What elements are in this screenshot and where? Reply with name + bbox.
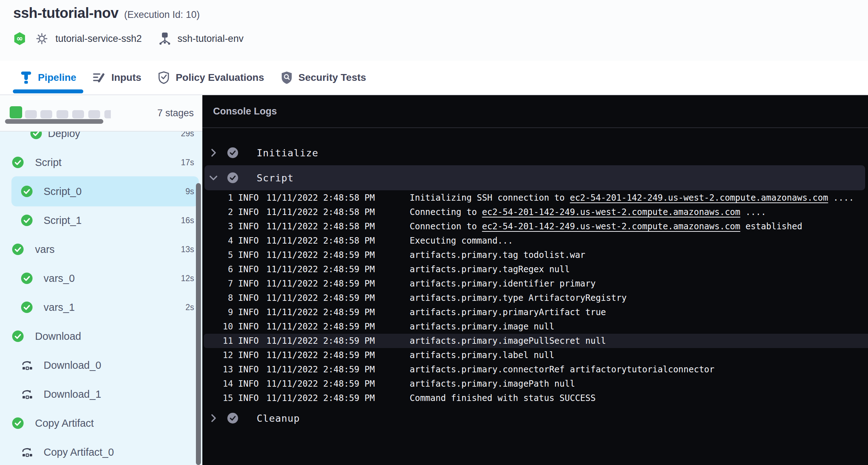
log-message: artifacts.primary.tag todolist.war: [410, 250, 585, 260]
log-timestamp: 11/11/2022 2:48:59 PM: [266, 264, 375, 274]
stage-item-download_0[interactable]: Download_0: [0, 350, 202, 380]
sidebar-vertical-scrollbar[interactable]: [196, 183, 201, 465]
console-panel: InitializeScript1INFO11/11/2022 2:48:58 …: [202, 95, 868, 465]
stage-row-highlight: [11, 292, 199, 322]
stage-square-pending[interactable]: [56, 110, 68, 118]
tab-pipeline[interactable]: Pipeline: [13, 60, 83, 95]
stage-row-highlight: [11, 176, 199, 206]
log-line-number: 3: [212, 221, 233, 231]
success-check-icon: [21, 186, 33, 197]
log-message-text: artifacts.primary.label null: [410, 350, 554, 360]
chevron-right-icon[interactable]: [209, 413, 218, 423]
execution-content: Deploy29sScript17sScript_09sScript_116sv…: [0, 95, 868, 465]
console-log-line-6: 6INFO11/11/2022 2:48:59 PMartifacts.prim…: [202, 262, 868, 276]
stage-label: Download: [35, 331, 81, 342]
execution-tabbar: PipelineInputsPolicy EvaluationsSecurity…: [0, 61, 868, 95]
stage-duration: 13s: [181, 245, 194, 254]
log-hostname-link[interactable]: ec2-54-201-142-249.us-west-2.compute.ama…: [482, 221, 740, 231]
log-level: INFO: [238, 250, 259, 260]
success-check-icon: [12, 331, 24, 342]
page-title: ssh-tutorial-nov: [13, 5, 118, 21]
chevron-down-icon[interactable]: [209, 173, 218, 182]
log-timestamp: 11/11/2022 2:48:59 PM: [266, 250, 375, 260]
log-message: artifacts.primary.imagePath null: [410, 379, 575, 389]
tab-security-tests[interactable]: Security Tests: [273, 60, 373, 95]
success-check-icon: [12, 417, 24, 429]
stage-item-download[interactable]: Download: [0, 321, 202, 351]
chevron-right-icon[interactable]: [209, 148, 218, 157]
section-label: Initialize: [257, 147, 319, 158]
console-section-initialize[interactable]: Initialize: [202, 140, 868, 165]
console-section-script[interactable]: Script: [202, 165, 868, 190]
stage-square-pending[interactable]: [40, 110, 52, 118]
stage-item-copy-artifact_0[interactable]: Copy Artifact_0: [0, 437, 202, 465]
step-group-loop-icon: [21, 388, 33, 400]
stage-square-pending[interactable]: [104, 110, 111, 118]
log-level: INFO: [238, 264, 259, 274]
console-header: Console Logs: [202, 95, 868, 128]
step-success-icon: [227, 147, 238, 158]
stage-label: Download_0: [44, 359, 101, 371]
stage-item-script[interactable]: Script17s: [0, 147, 202, 177]
inputs-icon: [93, 72, 105, 84]
log-hostname-link[interactable]: ec2-54-201-142-249.us-west-2.compute.ama…: [570, 193, 828, 203]
stage-label: Copy Artifact_0: [44, 446, 114, 458]
log-message: artifacts.primary.tagRegex null: [410, 264, 570, 274]
stage-item-script_0[interactable]: Script_09s: [0, 176, 202, 206]
console-log-line-11: 11INFO11/11/2022 2:48:59 PMartifacts.pri…: [202, 334, 868, 348]
log-line-number: 5: [212, 250, 233, 260]
stage-label: Copy Artifact: [35, 417, 94, 429]
stage-item-vars[interactable]: vars13s: [0, 234, 202, 264]
stage-progress-squares: [0, 106, 111, 118]
console-log-line-1: 1INFO11/11/2022 2:48:58 PMInitializing S…: [202, 191, 868, 205]
log-level: INFO: [238, 293, 259, 303]
log-message: artifacts.primary.identifier primary: [410, 279, 596, 289]
log-timestamp: 11/11/2022 2:48:58 PM: [266, 207, 375, 217]
log-line-number: 7: [212, 279, 233, 289]
pipeline-icon: [20, 70, 32, 85]
log-message: artifacts.primary.label null: [410, 350, 554, 360]
stage-item-script_1[interactable]: Script_116s: [0, 205, 202, 235]
log-line-number: 2: [212, 207, 233, 217]
console-log-line-14: 14INFO11/11/2022 2:48:59 PMartifacts.pri…: [202, 377, 868, 391]
environment-icon: [158, 32, 171, 45]
log-level: INFO: [238, 364, 259, 375]
stage-item-vars_1[interactable]: vars_12s: [0, 292, 202, 322]
success-check-icon: [21, 302, 33, 313]
stage-square-pending[interactable]: [72, 110, 84, 118]
log-timestamp: 11/11/2022 2:48:59 PM: [266, 364, 375, 375]
log-line-number: 15: [212, 393, 233, 403]
stage-duration: 2s: [186, 303, 194, 312]
stage-square-pending[interactable]: [25, 110, 37, 118]
log-message-suffix: ....: [828, 193, 854, 203]
log-message-text: Connecting to: [410, 207, 482, 217]
service-name[interactable]: tutorial-service-ssh2: [55, 33, 142, 44]
stage-square-pending[interactable]: [88, 110, 100, 118]
log-line-number: 10: [212, 322, 233, 332]
stage-square-done[interactable]: [10, 106, 22, 118]
stage-item-copy-artifact[interactable]: Copy Artifact: [0, 408, 202, 438]
log-message: Connecting to ec2-54-201-142-249.us-west…: [410, 207, 766, 217]
stages-count-label: 7 stages: [157, 108, 194, 119]
log-level: INFO: [238, 379, 259, 389]
step-group-loop-icon: [21, 359, 33, 371]
console-log-line-15: 15INFO11/11/2022 2:48:59 PMCommand finis…: [202, 391, 868, 405]
stage-item-vars_0[interactable]: vars_012s: [0, 263, 202, 293]
stage-row-highlight: [11, 350, 199, 380]
stage-label: Script_1: [44, 215, 82, 226]
environment-name[interactable]: ssh-tutorial-env: [178, 33, 244, 44]
log-timestamp: 11/11/2022 2:48:59 PM: [266, 336, 375, 346]
log-line-number: 13: [212, 364, 233, 375]
console-section-cleanup[interactable]: Cleanup: [202, 406, 868, 431]
log-message-text: Initializing SSH connection to: [410, 193, 570, 203]
tab-label: Pipeline: [38, 72, 76, 83]
stage-item-download_1[interactable]: Download_1: [0, 379, 202, 409]
policy-shield-icon: [158, 71, 170, 84]
tab-policy-evaluations[interactable]: Policy Evaluations: [151, 60, 271, 95]
stages-horizontal-scrollbar[interactable]: [5, 119, 103, 124]
log-hostname-link[interactable]: ec2-54-201-142-249.us-west-2.compute.ama…: [482, 207, 740, 217]
stage-label: Download_1: [44, 388, 101, 400]
console-log-line-7: 7INFO11/11/2022 2:48:59 PMartifacts.prim…: [202, 276, 868, 291]
console-log-line-2: 2INFO11/11/2022 2:48:58 PMConnecting to …: [202, 205, 868, 219]
tab-inputs[interactable]: Inputs: [85, 60, 148, 95]
